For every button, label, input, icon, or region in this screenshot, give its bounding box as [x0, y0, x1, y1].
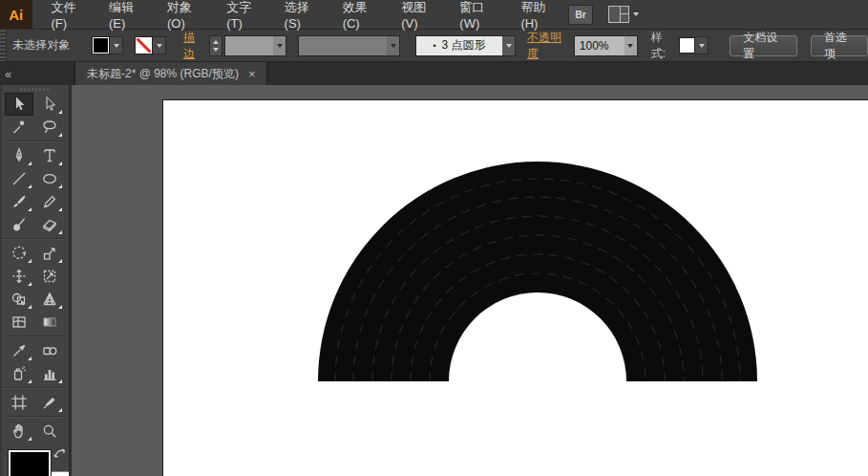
tool-gradient[interactable]: [35, 311, 64, 334]
tools-dock-header: «: [0, 62, 74, 85]
tool-slice[interactable]: [35, 391, 64, 414]
tools-panel-grip[interactable]: [0, 85, 69, 93]
stepper-up-icon: [213, 40, 219, 44]
fill-swatch-black[interactable]: [8, 449, 52, 476]
eraser-tool-icon: [41, 216, 58, 233]
tool-pen[interactable]: [5, 144, 33, 167]
bridge-button[interactable]: Br: [568, 5, 593, 25]
app-logo: Ai: [0, 0, 32, 29]
scale-tool-icon: [41, 245, 58, 262]
workspace-switcher[interactable]: [608, 6, 639, 23]
tool-direct-selection[interactable]: [35, 93, 64, 116]
tool-free-transform[interactable]: [35, 265, 64, 288]
opacity-panel-link[interactable]: 不透明度: [527, 30, 568, 62]
menu-bar: Ai 文件(F) 编辑(E) 对象(O) 文字(T) 选择(S) 效果(C) 视…: [0, 0, 868, 30]
brush-preview-dot-icon: •: [433, 41, 435, 51]
width-profile-combo[interactable]: [298, 35, 400, 56]
style-label: 样式:: [651, 30, 674, 62]
toolbar-separator: [4, 416, 65, 418]
canvas-area[interactable]: [72, 85, 868, 476]
fill-stroke-indicator: [0, 446, 69, 476]
tool-type[interactable]: [35, 144, 64, 167]
style-swatch[interactable]: [679, 37, 695, 54]
tool-blend[interactable]: [35, 339, 64, 362]
selection-tool-icon: [11, 96, 28, 113]
tool-shape-builder[interactable]: [5, 288, 33, 311]
tool-line-segment[interactable]: [5, 167, 33, 190]
tool-symbol-sprayer[interactable]: [5, 362, 33, 385]
line-segment-tool-icon: [11, 170, 28, 187]
tool-eraser[interactable]: [35, 213, 64, 236]
brush-preset-combo[interactable]: •3 点圆形: [415, 35, 516, 56]
tool-selection[interactable]: [5, 93, 33, 116]
tool-hand[interactable]: [5, 420, 33, 443]
tool-lasso[interactable]: [35, 116, 64, 139]
document-setup-button[interactable]: 文档设置: [730, 35, 797, 56]
opacity-combo[interactable]: 100%: [574, 35, 638, 56]
direct-selection-tool-icon: [41, 96, 58, 113]
workspace-layout-icon: [608, 6, 629, 23]
swap-fill-stroke-icon[interactable]: [53, 446, 68, 461]
width-profile-dropdown[interactable]: [387, 36, 399, 55]
free-transform-tool-icon: [41, 268, 58, 285]
rotate-tool-icon: [11, 245, 28, 262]
menu-select[interactable]: 选择(S): [273, 0, 331, 29]
lasso-tool-icon: [41, 119, 58, 136]
menu-window[interactable]: 窗口(W): [448, 0, 509, 29]
style-control[interactable]: [674, 36, 709, 54]
dock-collapse-button[interactable]: «: [5, 67, 11, 81]
tool-scale[interactable]: [35, 242, 64, 265]
menu-file[interactable]: 文件(F): [40, 0, 97, 29]
stroke-weight-dropdown[interactable]: [273, 36, 286, 55]
chevron-down-icon: [114, 44, 119, 48]
tool-eyedropper[interactable]: [5, 339, 33, 362]
tool-pencil[interactable]: [35, 190, 64, 213]
tool-mesh[interactable]: [5, 311, 33, 334]
tool-perspective-grid[interactable]: [35, 288, 64, 311]
menu-object[interactable]: 对象(O): [156, 0, 215, 29]
tool-width[interactable]: [5, 265, 33, 288]
tab-close-icon[interactable]: ×: [248, 67, 256, 81]
fill-color-dropdown[interactable]: [110, 36, 123, 54]
control-bar: 未选择对象 描边 •3 点圆形 不透明度 100%: [0, 30, 868, 62]
tool-zoom[interactable]: [35, 420, 64, 443]
fill-color-control[interactable]: [92, 36, 123, 54]
stroke-weight-stepper[interactable]: [209, 35, 222, 56]
tool-column-graph[interactable]: [35, 362, 64, 385]
stroke-weight-combo[interactable]: [224, 35, 286, 56]
document-tab-bar: « 未标题-2* @ 98% (RGB/预览) ×: [0, 62, 868, 85]
menu-edit[interactable]: 编辑(E): [97, 0, 156, 29]
toolbar-separator: [4, 141, 65, 142]
brush-preset-label: 3 点圆形: [442, 37, 486, 54]
stroke-panel-link[interactable]: 描边: [183, 30, 203, 62]
control-bar-grip[interactable]: [0, 30, 7, 61]
tool-paintbrush[interactable]: [5, 190, 33, 213]
mesh-tool-icon: [11, 314, 28, 331]
menu-view[interactable]: 视图(V): [390, 0, 448, 29]
document-tab[interactable]: 未标题-2* @ 98% (RGB/预览) ×: [74, 62, 267, 85]
chevron-down-icon: [391, 44, 396, 48]
brush-preset-dropdown[interactable]: [502, 36, 515, 55]
hand-tool-icon: [11, 422, 28, 440]
blob-brush-tool-icon: [11, 216, 28, 233]
stepper-down-icon: [213, 48, 219, 52]
preferences-button[interactable]: 首选项: [811, 35, 868, 56]
menu-effect[interactable]: 效果(C): [331, 0, 391, 29]
main-menus: 文件(F) 编辑(E) 对象(O) 文字(T) 选择(S) 效果(C) 视图(V…: [40, 0, 568, 29]
menu-help[interactable]: 帮助(H): [509, 0, 568, 29]
tool-ellipse[interactable]: [35, 167, 64, 190]
menu-type[interactable]: 文字(T): [215, 0, 272, 29]
opacity-dropdown[interactable]: [625, 36, 637, 55]
stroke-none-swatch[interactable]: [135, 36, 153, 54]
fill-color-swatch[interactable]: [92, 36, 110, 54]
tool-blob-brush[interactable]: [5, 213, 33, 236]
tool-artboard[interactable]: [5, 391, 33, 414]
tool-magic-wand[interactable]: [5, 116, 33, 139]
ellipse-tool-icon: [41, 170, 58, 187]
style-dropdown[interactable]: [695, 36, 709, 54]
stroke-color-dropdown[interactable]: [153, 36, 166, 54]
stroke-color-control[interactable]: [135, 36, 166, 54]
chevron-down-icon: [506, 44, 512, 48]
tool-rotate[interactable]: [5, 242, 33, 265]
menubar-right: Br: [568, 0, 639, 29]
